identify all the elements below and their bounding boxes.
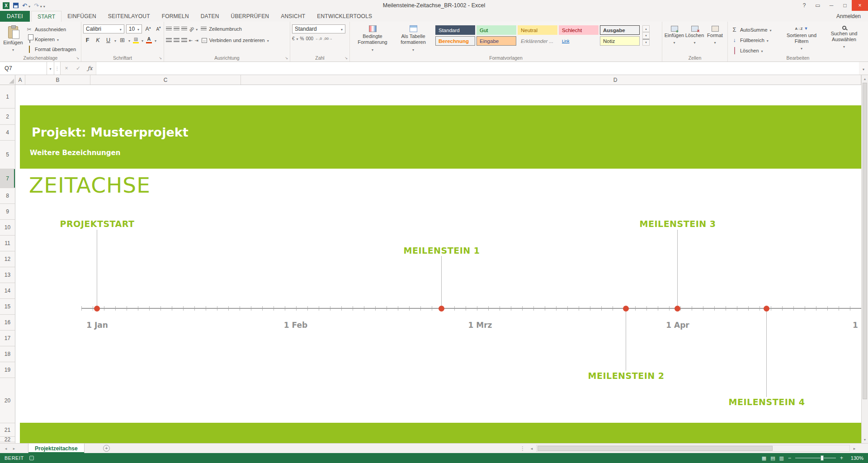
- tab-datei[interactable]: DATEI: [0, 11, 30, 22]
- gallery-scroll-down-icon[interactable]: ▾: [642, 32, 650, 39]
- column-header-d[interactable]: D: [241, 75, 861, 85]
- currency-dropdown-icon[interactable]: [297, 36, 298, 41]
- cell-style-ausgabe[interactable]: Ausgabe: [600, 25, 640, 35]
- copy-button[interactable]: Kopieren: [24, 35, 77, 44]
- bold-button[interactable]: F: [83, 36, 92, 44]
- formula-bar-expand-icon[interactable]: [859, 62, 868, 75]
- thousands-icon[interactable]: 000: [306, 36, 313, 41]
- shrink-font-button[interactable]: A▾: [154, 25, 163, 33]
- tab-einfuegen[interactable]: EINFÜGEN: [61, 11, 102, 22]
- currency-icon[interactable]: €: [292, 36, 295, 41]
- clear-button[interactable]: Löschen: [730, 46, 780, 55]
- excel-app-icon[interactable]: X: [3, 2, 9, 9]
- vertical-scrollbar[interactable]: ▴ ▾: [861, 75, 868, 443]
- redo-dropdown-icon[interactable]: [40, 1, 42, 9]
- view-page-break-icon[interactable]: ▥: [779, 456, 784, 461]
- paste-button[interactable]: Einfügen: [2, 23, 24, 55]
- vertical-scroll-thumb[interactable]: [863, 83, 867, 399]
- hscroll-right-icon[interactable]: ▸: [851, 444, 858, 454]
- increase-decimal-icon[interactable]: ←,0: [315, 37, 322, 41]
- conditional-formatting-button[interactable]: Bedingte Formatierung: [352, 23, 393, 55]
- sheet-tab-projektzeitachse[interactable]: Projektzeitachse: [28, 444, 85, 453]
- zoom-out-icon[interactable]: −: [788, 455, 791, 461]
- fill-color-button[interactable]: ▨: [132, 37, 140, 43]
- font-dialog-launcher[interactable]: ↘: [158, 56, 163, 61]
- insert-function-button[interactable]: ƒx: [84, 62, 96, 75]
- clipboard-dialog-launcher[interactable]: ↘: [75, 56, 80, 61]
- cell-style-erklaerender[interactable]: Erklärender ...: [518, 36, 557, 46]
- cancel-button[interactable]: ×: [61, 62, 72, 75]
- select-all-corner[interactable]: [0, 75, 15, 85]
- column-header-c[interactable]: C: [90, 75, 241, 85]
- horizontal-scroll-thumb[interactable]: [538, 446, 773, 451]
- enter-button[interactable]: ✓: [72, 62, 84, 75]
- row-header-12[interactable]: 12: [0, 251, 15, 267]
- row-header-10[interactable]: 10: [0, 220, 15, 236]
- font-color-button[interactable]: A: [145, 37, 153, 43]
- milestone-dot-projektstart[interactable]: [94, 306, 100, 312]
- row-header-1[interactable]: 1: [0, 85, 15, 109]
- align-top-icon[interactable]: [166, 27, 172, 31]
- hscroll-left-icon[interactable]: ◂: [528, 444, 535, 454]
- milestone-dot-1[interactable]: [439, 306, 444, 312]
- scroll-up-icon[interactable]: ▴: [862, 75, 868, 82]
- cell-style-gut[interactable]: Gut: [476, 25, 516, 35]
- align-center-icon[interactable]: [174, 38, 179, 43]
- column-header-b[interactable]: B: [25, 75, 90, 85]
- autosum-button[interactable]: Σ AutoSumme: [730, 25, 780, 34]
- macro-record-icon[interactable]: [29, 456, 34, 460]
- formula-input[interactable]: [96, 62, 859, 75]
- row-header-11[interactable]: 11: [0, 236, 15, 251]
- sheet-nav-left-icon[interactable]: ◂: [3, 444, 9, 454]
- find-select-button[interactable]: Suchen und Auswählen: [823, 23, 865, 55]
- minimize-button[interactable]: ─: [825, 0, 838, 11]
- undo-icon[interactable]: ↶: [22, 3, 27, 9]
- row-header-13[interactable]: 13: [0, 267, 15, 283]
- row-header-21[interactable]: 21: [0, 423, 15, 437]
- font-size-select[interactable]: 10: [126, 24, 142, 33]
- italic-button[interactable]: K: [94, 36, 102, 44]
- row-header-9[interactable]: 9: [0, 204, 15, 220]
- row-header-14[interactable]: 14: [0, 283, 15, 299]
- row-header-15[interactable]: 15: [0, 299, 15, 315]
- column-header-a[interactable]: A: [15, 75, 25, 85]
- tab-formeln[interactable]: FORMELN: [156, 11, 195, 22]
- worksheet-area[interactable]: Projekt: Musterprojekt Weitere Bezeichnu…: [15, 85, 861, 443]
- format-as-table-button[interactable]: Als Tabelle formatieren: [393, 23, 433, 55]
- gallery-scroll-up-icon[interactable]: ▴: [642, 25, 650, 32]
- view-normal-icon[interactable]: ▦: [762, 456, 766, 461]
- name-box-dropdown[interactable]: [47, 62, 54, 75]
- underline-dropdown-icon[interactable]: [114, 38, 116, 43]
- row-header-22[interactable]: 22: [0, 437, 15, 442]
- qat-customize-icon[interactable]: [43, 1, 45, 9]
- fill-button[interactable]: ↓ Füllbereich: [730, 36, 780, 44]
- row-header-20[interactable]: 20: [0, 378, 15, 423]
- font-family-select[interactable]: Calibri: [83, 24, 124, 33]
- format-cells-button[interactable]: Format: [705, 23, 725, 55]
- zoom-in-icon[interactable]: +: [840, 455, 843, 461]
- ribbon-options-button[interactable]: ▭: [811, 0, 825, 11]
- cell-style-neutral[interactable]: Neutral: [518, 25, 557, 35]
- decrease-decimal-icon[interactable]: ,00→: [324, 37, 332, 41]
- tab-entwicklertools[interactable]: ENTWICKLERTOOLS: [311, 11, 378, 22]
- undo-dropdown-icon[interactable]: [28, 1, 30, 9]
- tab-ueberpruefen[interactable]: ÜBERPRÜFEN: [225, 11, 275, 22]
- row-header-18[interactable]: 18: [0, 346, 15, 362]
- cell-style-standard[interactable]: Standard: [435, 25, 475, 35]
- underline-button[interactable]: U: [104, 36, 113, 44]
- cut-button[interactable]: ✂ Ausschneiden: [24, 25, 77, 34]
- sort-filter-button[interactable]: A↓Z ▼ Sortieren und Filtern: [780, 23, 823, 55]
- increase-indent-icon[interactable]: ⇥: [194, 38, 198, 43]
- align-left-icon[interactable]: [166, 38, 172, 43]
- milestone-dot-2[interactable]: [623, 306, 629, 312]
- cell-style-eingabe[interactable]: Eingabe: [476, 36, 516, 46]
- scroll-down-icon[interactable]: ▾: [862, 436, 868, 443]
- tab-start[interactable]: START: [31, 11, 61, 22]
- wrap-text-button[interactable]: Zeilenumbruch: [199, 24, 243, 33]
- row-header-5[interactable]: 5: [0, 141, 15, 169]
- new-sheet-button[interactable]: +: [103, 445, 110, 452]
- redo-icon[interactable]: ↷: [34, 3, 39, 9]
- zoom-level[interactable]: 130%: [847, 455, 863, 461]
- row-header-4[interactable]: 4: [0, 125, 15, 141]
- decrease-indent-icon[interactable]: ⇤: [189, 38, 193, 43]
